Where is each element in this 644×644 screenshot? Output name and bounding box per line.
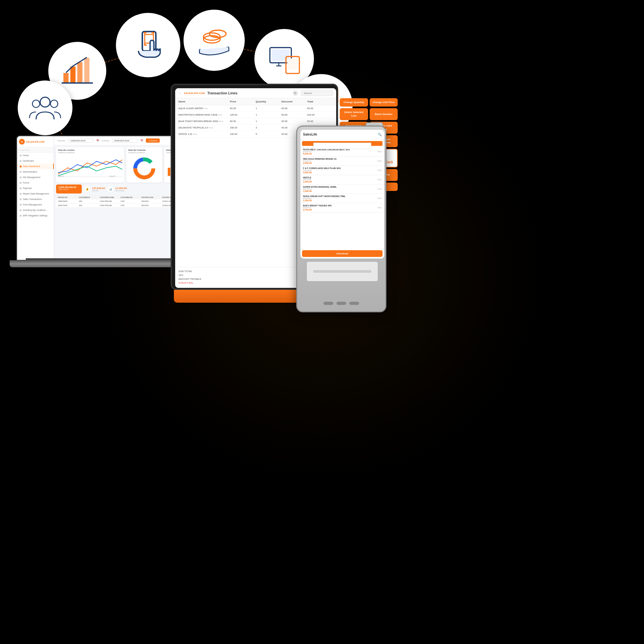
svg-text:Aug 22: Aug 22 bbox=[109, 175, 116, 177]
btn-row-2: Delete Selected Line Batch Number bbox=[340, 108, 398, 120]
checkout-button[interactable]: Checkout bbox=[302, 250, 383, 257]
stat-sales-income: 2,500,093,000.00 Sales Income bbox=[56, 185, 82, 194]
col-price: Price bbox=[230, 100, 256, 103]
pos-header: ← SALESLIFE.COM Transaction Lines ↻ bbox=[175, 88, 336, 98]
back-button[interactable] bbox=[349, 302, 359, 305]
nav-price[interactable]: Price Management bbox=[17, 202, 54, 207]
start-label: StartDate bbox=[57, 140, 65, 142]
home-button[interactable] bbox=[336, 302, 346, 305]
col-custno: CUSTOMER NO bbox=[120, 196, 139, 198]
nav-forms[interactable]: Forms bbox=[17, 180, 54, 185]
svg-rect-7 bbox=[77, 62, 82, 82]
product-item-6[interactable]: NIVEA CREAM SOFT MOISTURIZING 75ML End P… bbox=[302, 194, 383, 203]
subtotal-label: SUB TOTAL bbox=[178, 270, 193, 273]
nav-admin[interactable]: Administration bbox=[17, 169, 54, 175]
pos-table-row: BAJA TOAST BROWN BREAD 400G PCS 60.00 1 … bbox=[175, 118, 336, 125]
product-item-2[interactable]: HEN GOLD DRINKING BRAND 1G End Price PCS… bbox=[302, 156, 383, 166]
svg-rect-8 bbox=[84, 58, 90, 83]
nav-dot-file bbox=[20, 176, 22, 178]
product-item-7[interactable]: BODY BRIGHT TISSUES 4PK End Price PCS 2,… bbox=[302, 203, 383, 213]
laptop-logo: S SALESLIFE.COM bbox=[17, 136, 54, 147]
physical-buttons bbox=[324, 302, 359, 305]
product-item-4[interactable]: NESTLE End Price PCS 1,900.00 bbox=[302, 175, 383, 185]
pos-search-input[interactable] bbox=[301, 90, 333, 96]
pos-table-row: AQUA CLEAR WATER PCS 60.00 1 00.00 60.00 bbox=[175, 105, 336, 112]
delete-line-button[interactable]: Delete Selected Line bbox=[340, 108, 368, 120]
nav-dot-payment bbox=[20, 187, 22, 189]
col-name: Name bbox=[178, 100, 230, 103]
nav-dot-price bbox=[20, 204, 22, 206]
batch-number-button[interactable]: Batch Number bbox=[370, 108, 398, 120]
change-unit-price-button[interactable]: Change Unit Price bbox=[370, 98, 398, 107]
svg-rect-5 bbox=[63, 73, 69, 83]
handheld-content: ADD TO CART FASTA MEAT CHICKEN LUNCHEON … bbox=[300, 139, 384, 259]
nav-file[interactable]: File Management bbox=[17, 175, 54, 180]
nav-sales-tx[interactable]: Sales Transactions bbox=[17, 196, 54, 202]
printer-paper bbox=[313, 143, 371, 149]
nav-dot-sales bbox=[20, 166, 22, 167]
users-circle bbox=[18, 81, 72, 135]
pos-title: Transaction Lines bbox=[207, 91, 290, 95]
sales-by-location-card: Sales By Location 14/08/2023-22/08/2023 … bbox=[56, 147, 124, 183]
nav-dot-forms bbox=[20, 182, 22, 184]
filter-menu: ▾ Filter Menu bbox=[17, 147, 54, 153]
col-total: Total bbox=[307, 100, 333, 103]
chart-title-location: Sales By Location bbox=[58, 149, 122, 151]
total-tax-icon: 💰 bbox=[84, 185, 91, 193]
svg-point-41 bbox=[138, 163, 150, 174]
sales-by-customer-card: Sales By Customer 14/08/2023-22/08/2023 bbox=[126, 147, 162, 183]
svg-point-25 bbox=[51, 100, 58, 108]
svg-point-23 bbox=[40, 97, 50, 107]
cash-circle bbox=[184, 10, 245, 71]
chart-subtitle-location: 14/08/2023-22/08/2023 bbox=[58, 152, 122, 154]
svg-point-24 bbox=[32, 100, 40, 108]
handheld-printer bbox=[307, 262, 378, 281]
handheld-search-icon[interactable]: 🔍 bbox=[378, 133, 382, 136]
power-button[interactable] bbox=[324, 302, 333, 305]
nav-dot-admin bbox=[20, 171, 22, 173]
product-item-3[interactable]: F & F CORNFLAKES MILK PLAIN 3KG End Pric… bbox=[302, 166, 383, 175]
stat-total-tax: 197,628.04 Total Tax bbox=[92, 187, 105, 192]
chart-subtitle-customer: 14/08/2023-22/08/2023 bbox=[128, 152, 160, 154]
date-start-input[interactable] bbox=[68, 139, 94, 143]
nav-payment[interactable]: Payment bbox=[17, 185, 54, 191]
printer-slot bbox=[313, 270, 371, 273]
pos-table-row: MASTERTACH ARENA RING CAKE PCS 125.00 1 … bbox=[175, 112, 336, 118]
refresh-icon[interactable]: ↻ bbox=[292, 90, 298, 96]
col-qty: Quantity bbox=[256, 100, 281, 103]
nav-dot-erp bbox=[20, 215, 22, 217]
product-item-5[interactable]: SUPER EXTRA MARGINAL 200ML End Price PCS… bbox=[302, 185, 383, 194]
nav-dot-inventory bbox=[20, 209, 22, 211]
nav-dashboard[interactable]: Dashboard bbox=[17, 158, 54, 164]
svg-text:Aug 14: Aug 14 bbox=[58, 175, 64, 177]
nav-dot-dashboard bbox=[20, 160, 22, 162]
nav-home[interactable]: Home bbox=[17, 153, 54, 158]
nav-master[interactable]: Master Data Management bbox=[17, 191, 54, 196]
btn-row-1: Change Quantity Change Unit Price bbox=[340, 98, 398, 107]
calendar-icon-start: 📅 bbox=[96, 139, 99, 142]
nav-sales-dashboard[interactable]: Sales Dashboard bbox=[17, 164, 54, 169]
nav-inventory[interactable]: Inventory By Locations bbox=[17, 207, 54, 213]
col-invoice: INVOICE NO bbox=[58, 196, 76, 198]
refresh-button[interactable]: ↻ Refresh bbox=[146, 138, 160, 143]
pos-logo-text: SALESLIFE.COM bbox=[184, 92, 205, 95]
calendar-icon-end: 📅 bbox=[140, 139, 143, 142]
chart-title-customer: Sales By Customer bbox=[128, 149, 160, 151]
svg-rect-22 bbox=[287, 58, 298, 70]
amount-label: AMOUNT PAYABLE bbox=[178, 278, 201, 280]
date-end-input[interactable] bbox=[112, 139, 138, 143]
handheld-body: SalesLife 🔍 ADD TO CART FASTA MEAT CHICK… bbox=[296, 126, 386, 312]
svg-rect-18 bbox=[272, 49, 290, 61]
laptop-sidebar: S SALESLIFE.COM ▾ Filter Menu Home Dashb… bbox=[17, 136, 54, 260]
nav-dot-master bbox=[20, 193, 22, 195]
pos-table-header: Name Price Quantity Discount Total bbox=[175, 98, 336, 105]
nav-erp[interactable]: ERP Integration Settings bbox=[17, 213, 54, 218]
change-quantity-button[interactable]: Change Quantity bbox=[340, 98, 368, 107]
svg-rect-42 bbox=[168, 168, 170, 176]
back-arrow[interactable]: ← bbox=[178, 91, 181, 95]
stat-num-sales: 📊 11,294.00 No. of Sales bbox=[107, 185, 127, 194]
line-chart-location: Aug 14 Aug 22 bbox=[58, 155, 122, 177]
tax-label: TAX bbox=[178, 274, 183, 277]
col-disc: Discount bbox=[281, 100, 307, 103]
nav-dot-home bbox=[20, 155, 22, 156]
